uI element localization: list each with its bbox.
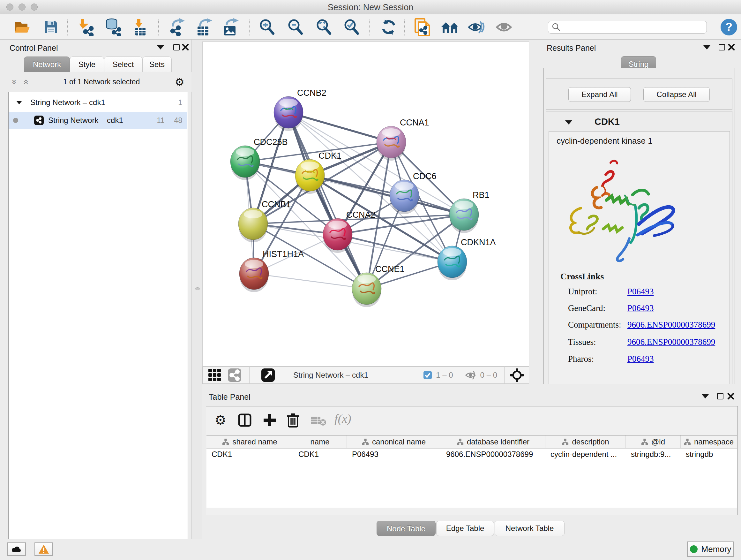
add-column-icon[interactable]: [263, 414, 276, 427]
network-edge[interactable]: [310, 175, 464, 214]
birds-eye-toggle-icon[interactable]: [510, 368, 524, 382]
table-settings-gear-icon[interactable]: ⚙: [214, 412, 226, 428]
clone-network-icon[interactable]: [413, 17, 432, 37]
warning-button[interactable]: [35, 543, 53, 556]
panel-menu-icon[interactable]: [157, 45, 164, 50]
zoom-out-icon[interactable]: [286, 17, 305, 37]
collapse-all-button[interactable]: Collapse All: [643, 87, 710, 102]
network-node-cdk1[interactable]: CDK1: [295, 151, 341, 194]
collection-expand-icon[interactable]: [16, 101, 22, 104]
import-network-file-icon[interactable]: [76, 17, 95, 37]
zoom-in-icon[interactable]: [257, 17, 276, 37]
column-header[interactable]: canonical name: [347, 435, 441, 448]
panel-float-icon[interactable]: [173, 44, 180, 51]
crosslink-uniprot-link[interactable]: P06493: [627, 287, 654, 297]
network-options-gear-icon[interactable]: ⚙: [175, 76, 185, 88]
tab-network-table[interactable]: Network Table: [495, 521, 564, 536]
crosslink-compartments-link[interactable]: 9606.ENSP00000378699: [627, 320, 715, 330]
tab-node-table[interactable]: Node Table: [377, 521, 435, 536]
memory-label: Memory: [701, 544, 731, 554]
crosslink-tissues-link[interactable]: 9606.ENSP00000378699: [627, 337, 715, 347]
export-table-icon[interactable]: [194, 17, 213, 37]
toolbar-separator: [504, 367, 504, 384]
panel-close-icon[interactable]: [727, 393, 734, 400]
network-node-ccne1[interactable]: CCNE1: [352, 264, 405, 307]
counter-separator: [459, 369, 459, 381]
tab-network[interactable]: Network: [24, 57, 70, 72]
network-edge[interactable]: [288, 112, 391, 142]
expand-all-button[interactable]: Expand All: [568, 87, 631, 102]
cloud-icon: [11, 545, 22, 553]
column-header[interactable]: @id: [626, 435, 681, 448]
network-style-icon[interactable]: [227, 368, 242, 382]
help-button[interactable]: ?: [721, 19, 737, 36]
splitter-handle[interactable]: [195, 287, 200, 290]
expand-all-icon[interactable]: »: [20, 79, 31, 84]
show-columns-icon[interactable]: [238, 414, 252, 427]
selected-checkbox-icon[interactable]: [423, 371, 432, 380]
node-label: CCNA2: [346, 210, 376, 220]
zoom-selected-icon[interactable]: [342, 17, 361, 37]
hidden-eye-icon[interactable]: [464, 370, 477, 380]
cloud-button[interactable]: [7, 543, 26, 556]
network-collection-row[interactable]: String Network – cdk1 1: [9, 95, 187, 110]
network-node-ccna1[interactable]: CCNA1: [377, 118, 429, 161]
crosslinks-heading: CrossLinks: [560, 271, 604, 282]
export-image-icon[interactable]: [221, 17, 240, 37]
network-tree: String Network – cdk1 1 String Network –…: [8, 92, 188, 560]
crosslink-label: Uniprot:: [568, 287, 597, 297]
open-session-icon[interactable]: [13, 17, 32, 37]
network-row-selected[interactable]: String Network – cdk1 11 48: [9, 112, 187, 129]
network-edge[interactable]: [288, 112, 367, 289]
panel-menu-icon[interactable]: [703, 45, 711, 50]
memory-button[interactable]: Memory: [687, 542, 734, 557]
string-network-icon: [34, 116, 44, 125]
column-header[interactable]: description: [545, 435, 626, 448]
tab-style[interactable]: Style: [70, 57, 104, 72]
network-node-ccnb2[interactable]: CCNB2: [274, 88, 327, 131]
crosslink-genecard-link[interactable]: P06493: [627, 303, 654, 313]
network-node-cdc25b[interactable]: CDC25B: [230, 137, 288, 180]
table-row[interactable]: CDK1 CDK1 P06493 9606.ENSP00000378699 cy…: [206, 448, 737, 460]
network-node-cdc6[interactable]: CDC6: [390, 172, 436, 214]
column-type-icon: [641, 438, 648, 445]
export-network-icon[interactable]: [167, 17, 187, 37]
panel-menu-icon[interactable]: [702, 394, 709, 398]
network-edge[interactable]: [254, 273, 367, 289]
save-session-icon[interactable]: [42, 17, 61, 37]
collapse-all-icon[interactable]: »: [9, 79, 20, 84]
tab-sets[interactable]: Sets: [142, 57, 172, 72]
network-node-hist1h1a[interactable]: HIST1H1A: [239, 249, 304, 292]
import-table-file-icon[interactable]: [131, 17, 150, 37]
function-builder-icon: f(x): [334, 412, 351, 426]
import-network-database-icon[interactable]: [104, 17, 123, 37]
column-header[interactable]: shared name: [206, 435, 293, 448]
hide-selected-icon[interactable]: [467, 17, 486, 37]
home-networks-icon[interactable]: [441, 17, 460, 37]
open-in-new-window-icon[interactable]: [261, 368, 275, 382]
search-input[interactable]: [561, 23, 701, 32]
show-all-icon[interactable]: [495, 17, 514, 37]
panel-close-icon[interactable]: [182, 44, 189, 51]
crosslink-pharos-link[interactable]: P06493: [627, 354, 654, 364]
tab-edge-table[interactable]: Edge Table: [436, 521, 494, 536]
zoom-fit-icon[interactable]: [314, 17, 333, 37]
network-node-rb1[interactable]: RB1: [449, 190, 489, 233]
column-header[interactable]: namespace: [681, 435, 737, 448]
delete-column-icon[interactable]: [286, 413, 299, 428]
column-header[interactable]: database identifier: [441, 435, 545, 448]
gene-collapse-icon[interactable]: [565, 120, 572, 125]
tab-select[interactable]: Select: [104, 57, 142, 72]
network-canvas[interactable]: CCNB2CCNA1CDC25BCDK1CDC6RB1CCNB1CCNA2CDK…: [202, 42, 529, 367]
network-node-ccnb1[interactable]: CCNB1: [239, 199, 291, 242]
column-header[interactable]: name: [293, 435, 347, 448]
column-type-icon: [362, 438, 369, 445]
refresh-icon[interactable]: [379, 17, 398, 37]
grid-view-icon[interactable]: [208, 368, 222, 382]
panel-float-icon[interactable]: [717, 393, 724, 399]
node-table-container: ⚙ f(x) shared name name canonical name d…: [206, 406, 738, 515]
panel-float-icon[interactable]: [719, 44, 725, 51]
panel-close-icon[interactable]: [728, 44, 735, 51]
network-node-cdkn1a[interactable]: CDKN1A: [437, 238, 496, 280]
memory-status-dot: [690, 545, 697, 553]
